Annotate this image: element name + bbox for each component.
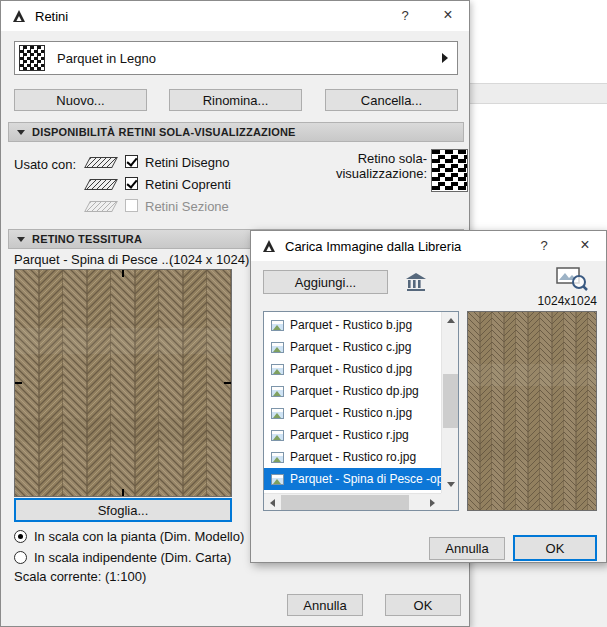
- file-name: Parquet - Rustico n.jpg: [290, 406, 412, 420]
- scroll-down-icon[interactable]: [442, 476, 459, 493]
- section-availability-title: DISPONIBILITÀ RETINI SOLA-VISUALIZZAZION…: [32, 126, 296, 138]
- crop-mark: [15, 382, 22, 384]
- checkbox-label-disegno: Retini Disegno: [145, 155, 230, 170]
- section-availability-header[interactable]: DISPONIBILITÀ RETINI SOLA-VISUALIZZAZION…: [8, 122, 464, 142]
- help-button[interactable]: ?: [536, 238, 552, 253]
- help-button[interactable]: ?: [397, 8, 413, 23]
- radio-label: In scala con la pianta (Dim. Modello): [34, 529, 244, 544]
- ok-button[interactable]: OK: [385, 594, 461, 616]
- image-file-icon: [271, 430, 284, 441]
- chevron-down-icon: [17, 237, 25, 242]
- overlay-fill-label-line1: Retino sola-: [297, 151, 427, 166]
- used-with-label: Usato con:: [14, 157, 76, 172]
- chevron-down-icon: [17, 130, 25, 135]
- fill-pattern-thumbnail: [19, 45, 45, 71]
- radio-button-icon[interactable]: [14, 530, 27, 543]
- file-name: Parquet - Rustico ro.jpg: [290, 450, 416, 464]
- cancel-button[interactable]: Annulla: [287, 594, 363, 616]
- radio-scale-independent[interactable]: In scala indipendente (Dim. Carta): [14, 549, 231, 565]
- radio-scale-with-plan[interactable]: In scala con la pianta (Dim. Modello): [14, 528, 244, 544]
- overlay-fill-label-line2: visualizzazione:: [297, 166, 427, 181]
- checkbox-retini-disegno[interactable]: [125, 155, 138, 168]
- checkbox-retini-coprenti[interactable]: [125, 177, 138, 190]
- cover-fill-icon: [84, 179, 118, 190]
- file-name: Parquet - Rustico c.jpg: [290, 340, 411, 354]
- new-button[interactable]: Nuovo...: [14, 89, 147, 111]
- file-list[interactable]: Parquet - Rustico b.jpg Parquet - Rustic…: [263, 311, 459, 511]
- browse-button[interactable]: Sfoglia...: [14, 498, 232, 522]
- scroll-right-icon[interactable]: [424, 494, 441, 511]
- crop-mark: [224, 382, 231, 384]
- herringbone-preview-image: [468, 312, 596, 510]
- texture-name-label: Parquet - Spina di Pesce ...: [14, 252, 172, 267]
- checkbox-retini-sezione[interactable]: [125, 199, 138, 212]
- list-item[interactable]: Parquet - Rustico b.jpg: [264, 314, 441, 336]
- list-item-selected[interactable]: Parquet - Spina di Pesce -op: [264, 468, 441, 490]
- image-preview: [467, 311, 597, 511]
- section-texture-title: RETINO TESSITURA: [32, 233, 142, 245]
- horizontal-scroll-thumb[interactable]: [281, 495, 409, 510]
- horizontal-scrollbar[interactable]: [264, 493, 441, 510]
- image-file-icon: [271, 364, 284, 375]
- crop-mark: [122, 489, 124, 496]
- overlay-fill-preview: [431, 149, 468, 192]
- add-button[interactable]: Aggiungi...: [263, 270, 388, 294]
- delete-button[interactable]: Cancella...: [325, 89, 458, 111]
- list-item[interactable]: Parquet - Rustico d.jpg: [264, 358, 441, 380]
- file-name: Parquet - Rustico dp.jpg: [290, 384, 419, 398]
- file-list-items: Parquet - Rustico b.jpg Parquet - Rustic…: [264, 312, 441, 493]
- list-item[interactable]: Parquet - Rustico ro.jpg: [264, 446, 441, 468]
- radio-button-icon[interactable]: [14, 551, 27, 564]
- file-name: Parquet - Rustico d.jpg: [290, 362, 412, 376]
- dialog-title: Carica Immagine dalla Libreria: [285, 239, 461, 254]
- rename-button[interactable]: Rinomina...: [169, 89, 302, 111]
- load-image-dialog: Carica Immagine dalla Libreria ? × Aggiu…: [250, 230, 607, 563]
- fill-type-selector[interactable]: Parquet in Legno: [14, 41, 458, 75]
- list-item[interactable]: Parquet - Rustico r.jpg: [264, 424, 441, 446]
- file-name: Parquet - Spina di Pesce -op: [290, 472, 441, 486]
- list-item[interactable]: Parquet - Rustico dp.jpg: [264, 380, 441, 402]
- radio-label: In scala indipendente (Dim. Carta): [34, 550, 231, 565]
- dialog-title: Retini: [35, 9, 68, 24]
- list-item[interactable]: Parquet - Rustico c.jpg: [264, 336, 441, 358]
- file-name: Parquet - Rustico b.jpg: [290, 318, 412, 332]
- load-dialog-titlebar[interactable]: Carica Immagine dalla Libreria ? ×: [251, 231, 606, 261]
- texture-size-label: (1024 x 1024): [169, 252, 249, 267]
- scroll-up-icon[interactable]: [442, 312, 459, 329]
- drafting-fill-icon: [84, 157, 118, 168]
- scroll-left-icon[interactable]: [264, 494, 281, 511]
- crop-mark: [122, 270, 124, 277]
- list-item[interactable]: Parquet - Rustico n.jpg: [264, 402, 441, 424]
- image-size-label: 1024x1024: [517, 294, 597, 308]
- overlay-fill-label: Retino sola- visualizzazione:: [297, 151, 427, 181]
- image-size-zoom-icon[interactable]: [553, 265, 591, 292]
- vertical-scrollbar[interactable]: [441, 312, 458, 493]
- cut-fill-icon: [84, 201, 118, 212]
- desktop-background: Retini ? × Parquet in Legno Nuovo... Rin…: [0, 0, 607, 627]
- checkbox-label-sezione: Retini Sezione: [145, 199, 229, 214]
- vertical-scroll-thumb[interactable]: [443, 374, 458, 428]
- texture-preview: [14, 269, 232, 497]
- file-name: Parquet - Rustico r.jpg: [290, 428, 409, 442]
- archicad-logo-icon: [261, 238, 277, 254]
- app-background-band: [470, 84, 607, 104]
- image-file-icon: [271, 474, 284, 485]
- retini-titlebar[interactable]: Retini ? ×: [1, 1, 469, 31]
- ok-button[interactable]: OK: [513, 535, 597, 561]
- image-file-icon: [271, 452, 284, 463]
- image-file-icon: [271, 408, 284, 419]
- archicad-logo-icon: [11, 8, 27, 24]
- herringbone-texture-image: [15, 270, 231, 496]
- scrollbar-corner: [441, 493, 458, 510]
- cancel-button[interactable]: Annulla: [429, 537, 505, 560]
- current-scale-label: Scala corrente: (1:100): [14, 569, 146, 584]
- image-file-icon: [271, 320, 284, 331]
- image-file-icon: [271, 386, 284, 397]
- library-icon[interactable]: [401, 269, 431, 295]
- close-icon[interactable]: ×: [439, 6, 457, 24]
- checkbox-label-coprenti: Retini Coprenti: [145, 177, 231, 192]
- flyout-arrow-icon: [442, 53, 448, 63]
- close-icon[interactable]: ×: [576, 236, 594, 254]
- image-file-icon: [271, 342, 284, 353]
- fill-type-label: Parquet in Legno: [57, 51, 156, 66]
